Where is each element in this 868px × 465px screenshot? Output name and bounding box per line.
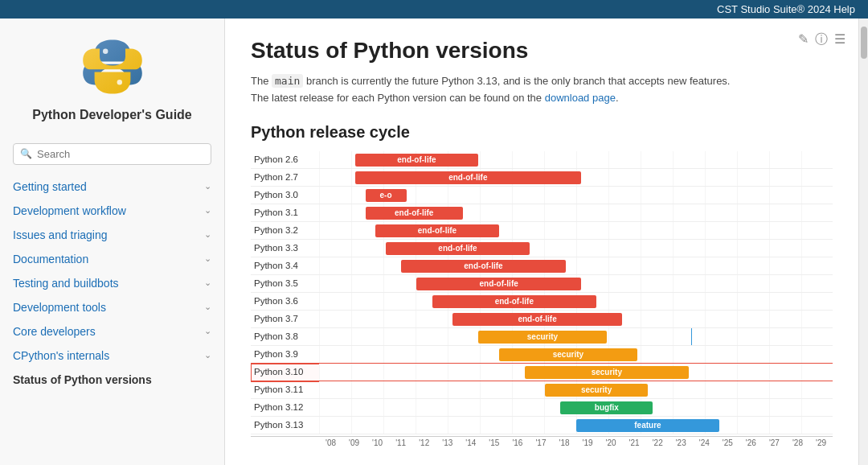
chevron-down-icon: ⌄ [204,229,211,240]
header-tools: ✎ ⓘ ☰ [798,31,845,48]
gantt-row-py37: Python 3.7 end-of-life [251,311,833,328]
version-label: Python 2.6 [251,154,319,164]
gantt-row-py311: Python 3.11 security [251,381,833,399]
sidebar-item-testing[interactable]: Testing and buildbots ⌄ [0,271,224,295]
chevron-down-icon: ⌄ [204,253,211,264]
nav-label: Development tools [13,301,106,314]
bar-security: security [499,348,638,361]
sidebar-site-title: Python Developer's Guide [32,107,192,124]
gantt-row-py34: Python 3.4 end-of-life [251,257,833,275]
nav-label: Documentation [13,253,88,265]
bar-bugfix: bugfix [560,401,653,414]
gantt-row-py31: Python 3.1 end-of-life [251,204,833,222]
gantt-row-py36: Python 3.6 end-of-life [251,293,833,311]
sidebar-item-getting-started[interactable]: Getting started ⌄ [0,175,224,199]
nav-label: Status of Python versions [13,373,152,386]
gantt-row-py310: Python 3.10 security [251,364,833,381]
bar-security: security [525,366,689,379]
gantt-track-py26: end-of-life [319,151,833,168]
search-box[interactable]: 🔍 [13,143,211,165]
bar-security: security [478,331,607,344]
nav-label: CPython's internals [13,349,109,362]
current-date-line [691,328,692,345]
chevron-down-icon: ⌄ [204,278,211,288]
chevron-down-icon: ⌄ [204,350,211,360]
main-content: ✎ ⓘ ☰ Status of Python versions The main… [225,19,858,465]
svg-point-0 [103,49,108,54]
page-title: Status of Python versions [251,38,833,64]
sidebar-item-issues[interactable]: Issues and triaging ⌄ [0,223,224,247]
scrollbar-track[interactable] [858,19,868,465]
chevron-down-icon: ⌄ [204,205,211,216]
top-bar: CST Studio Suite® 2024 Help [0,0,868,19]
nav-list: Getting started ⌄ Development workflow ⌄… [0,175,224,392]
sidebar-item-python-versions[interactable]: Status of Python versions [0,368,224,392]
bar-feature: feature [576,419,720,432]
scrollbar-thumb[interactable] [861,27,867,59]
sidebar-item-core-devs[interactable]: Core developers ⌄ [0,319,224,344]
gantt-row-py313: Python 3.13 feature [251,417,833,434]
gantt-row-py35: Python 3.5 end-of-life [251,275,833,293]
gantt-row-py26: Python 2.6 end-of-life [251,151,833,169]
bar-eol: end-of-life [355,171,581,184]
python-logo [80,35,145,99]
nav-label: Issues and triaging [13,228,108,241]
bar-security: security [545,384,648,397]
main-layout: Python Developer's Guide 🔍 Getting start… [0,19,868,465]
info-icon[interactable]: ⓘ [815,31,828,48]
bar-eol: end-of-life [416,278,580,290]
gantt-axis: '08 '09 '10 '11 '12 '13 '14 '15 '16 '17 … [251,436,833,447]
chevron-down-icon: ⌄ [204,302,211,312]
topbar-title: CST Studio Suite® 2024 Help [717,3,855,15]
sidebar-item-cpython[interactable]: CPython's internals ⌄ [0,344,224,368]
sidebar-item-dev-tools[interactable]: Development tools ⌄ [0,295,224,319]
intro-paragraph: The main branch is currently the future … [251,73,833,107]
gantt-row-py33: Python 3.3 end-of-life [251,240,833,257]
gantt-row-py38: Python 3.8 security [251,328,833,346]
bar-eol: end-of-life [432,295,596,308]
gantt-row-py30: Python 3.0 e-o [251,187,833,204]
bar-eol: end-of-life [401,260,565,273]
bar-eol: end-of-life [386,242,530,255]
list-icon[interactable]: ☰ [834,31,845,48]
search-input[interactable] [37,148,204,160]
edit-icon[interactable]: ✎ [798,31,809,48]
gantt-wrapper: .gantt-track { position: relative; } /* … [251,151,833,447]
nav-label: Testing and buildbots [13,277,119,290]
nav-label: Getting started [13,180,87,193]
sidebar-item-documentation[interactable]: Documentation ⌄ [0,247,224,271]
nav-label: Core developers [13,325,96,338]
bar-eol: end-of-life [355,154,478,167]
gantt-row-py312: Python 3.12 bugfix [251,399,833,417]
search-icon: 🔍 [20,148,32,159]
download-link[interactable]: download page [545,92,616,104]
sidebar-logo-area: Python Developer's Guide [0,19,224,134]
bar-eol: end-of-life [375,224,498,237]
chevron-down-icon: ⌄ [204,181,211,191]
gantt-row-py27: Python 2.7 end-of-life [251,169,833,187]
gantt-chart: .gantt-track { position: relative; } /* … [251,151,833,447]
sidebar: Python Developer's Guide 🔍 Getting start… [0,19,225,465]
nav-label: Development workflow [13,204,126,217]
bar-eol: e-o [366,189,407,202]
chevron-down-icon: ⌄ [204,326,211,336]
main-code: main [272,74,303,88]
sidebar-item-dev-workflow[interactable]: Development workflow ⌄ [0,199,224,223]
section-title: Python release cycle [251,123,833,142]
gantt-row-py39: Python 3.9 security [251,346,833,364]
gantt-row-py32: Python 3.2 end-of-life [251,222,833,240]
bar-eol: end-of-life [366,207,463,220]
svg-point-1 [117,80,121,84]
bar-eol: end-of-life [452,313,622,326]
